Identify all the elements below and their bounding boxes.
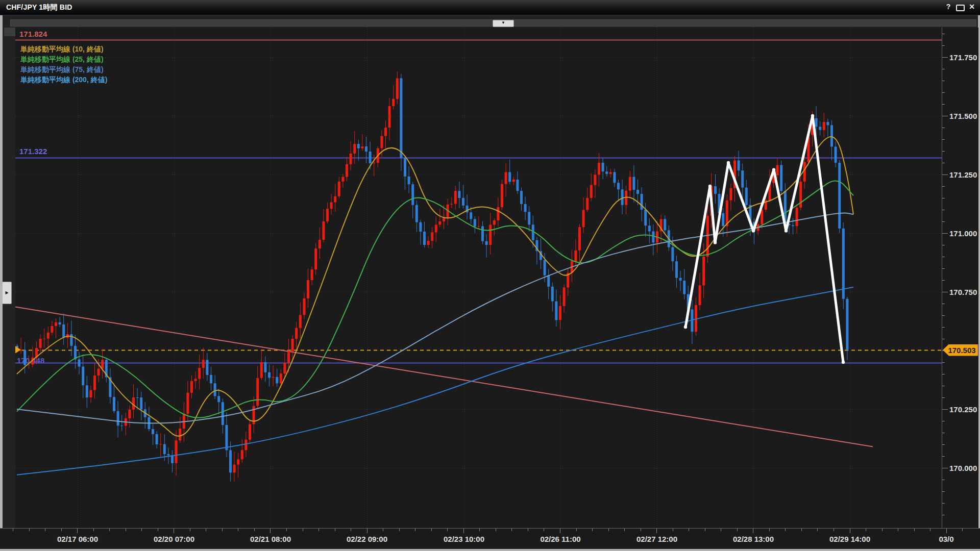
x-axis-tick — [769, 529, 770, 531]
panel-collapse-button[interactable]: ▼ — [493, 20, 514, 27]
x-axis-label: 03/0 — [939, 535, 953, 543]
x-axis-label: 02/21 08:00 — [250, 535, 291, 543]
x-axis-tick — [576, 529, 577, 531]
y-axis-tick — [942, 139, 945, 140]
x-axis-tick — [335, 529, 335, 531]
x-axis-tick — [126, 529, 126, 531]
y-axis-tick — [942, 210, 945, 210]
x-axis-tick — [383, 529, 383, 531]
y-axis-tick — [942, 397, 945, 398]
y-axis-tick — [942, 151, 945, 152]
x-axis-tick — [141, 529, 142, 531]
x-axis-tick — [431, 529, 432, 531]
x-axis-tick — [222, 529, 223, 531]
x-axis-tick — [286, 529, 287, 531]
x-axis-tick — [93, 529, 94, 531]
x-axis-tick — [801, 529, 802, 531]
help-button[interactable]: ? — [943, 3, 953, 11]
y-axis-tick — [942, 480, 945, 480]
y-axis-tick — [942, 339, 945, 339]
x-axis-tick — [866, 529, 866, 531]
x-axis-tick — [479, 529, 480, 531]
x-axis-tick — [109, 529, 110, 531]
x-axis-tick — [238, 529, 238, 531]
y-axis-tick — [942, 268, 945, 269]
y-axis-tick — [942, 292, 948, 292]
x-axis-tick — [560, 529, 560, 533]
x-axis-tick — [737, 529, 738, 531]
y-axis-tick — [942, 409, 948, 410]
y-axis-tick — [942, 163, 945, 163]
y-axis-tick — [942, 81, 945, 81]
y-axis-tick — [942, 92, 945, 93]
chevron-down-icon: ▼ — [501, 20, 505, 25]
y-axis-tick — [942, 374, 945, 374]
x-axis-label: 02/17 06:00 — [57, 535, 98, 543]
x-axis-tick — [351, 529, 351, 531]
x-axis-label: 02/23 10:00 — [444, 535, 484, 543]
y-axis-tick — [942, 386, 945, 386]
x-axis-tick — [753, 529, 753, 533]
time-axis[interactable]: 02/17 06:0002/20 07:0002/21 08:0002/22 0… — [0, 528, 980, 549]
window-border-left — [0, 15, 3, 551]
x-axis-tick — [930, 529, 930, 531]
y-axis-tick — [942, 515, 945, 515]
y-axis-label: 170.750 — [949, 288, 977, 296]
x-axis-tick — [190, 529, 190, 531]
x-axis-tick — [511, 529, 512, 531]
y-axis-tick — [942, 444, 945, 445]
legend-sma10[interactable]: 単純移動平均線 (10, 終値) — [20, 44, 107, 54]
x-axis-tick — [641, 529, 641, 531]
y-axis-tick — [942, 45, 945, 46]
x-axis-label: 02/26 11:00 — [540, 535, 580, 543]
y-axis-tick — [942, 221, 945, 222]
x-axis-tick — [61, 529, 62, 531]
current-price-tag: 170.503 — [943, 344, 978, 356]
y-axis-tick — [942, 503, 945, 504]
x-axis-label: 02/22 09:00 — [347, 535, 387, 543]
y-axis-tick — [942, 245, 945, 245]
x-axis-tick — [656, 529, 657, 533]
y-axis-tick — [942, 327, 945, 328]
price-axis[interactable]: 170.503 171.750171.500171.250171.000170.… — [942, 28, 978, 528]
x-axis-tick — [77, 529, 78, 533]
y-axis-tick — [942, 362, 945, 363]
x-axis-tick — [399, 529, 400, 531]
left-panel-header — [4, 28, 15, 36]
y-axis-tick — [942, 468, 948, 468]
panel-expand-button[interactable]: ▶ — [2, 282, 12, 304]
x-axis-tick — [367, 529, 368, 533]
x-axis-tick — [592, 529, 593, 531]
x-axis-tick — [705, 529, 705, 531]
y-axis-tick — [942, 456, 945, 457]
y-axis-label: 171.000 — [949, 229, 977, 238]
y-axis-tick — [942, 433, 945, 433]
close-button[interactable]: ✕ — [967, 3, 977, 11]
left-collapsed-panel — [3, 28, 15, 528]
x-axis-tick — [318, 529, 319, 531]
x-axis-tick — [303, 529, 303, 531]
legend-sma75[interactable]: 単純移動平均線 (75, 終値) — [20, 64, 107, 74]
y-axis-label: 171.250 — [949, 170, 977, 179]
x-axis-tick — [29, 529, 30, 531]
x-axis-tick — [624, 529, 625, 531]
x-axis-tick — [721, 529, 721, 531]
x-axis-tick — [608, 529, 609, 531]
x-axis-tick — [13, 529, 13, 531]
x-axis-tick — [817, 529, 818, 531]
chart-region: ▶ 171.824 171.322 170.448 単純移動平均線 (10, 終… — [0, 28, 980, 528]
trading-app-window: CHF/JPY 1時間 BID ? ✕ ▼ ▶ 171.824 171.322 … — [0, 0, 980, 551]
x-axis-tick — [463, 529, 464, 533]
y-axis-label: 170.000 — [949, 464, 977, 472]
x-axis-tick — [496, 529, 496, 531]
x-axis-label: 02/29 14:00 — [829, 535, 870, 543]
x-axis-tick — [158, 529, 158, 531]
legend-sma25[interactable]: 単純移動平均線 (25, 終値) — [20, 54, 107, 64]
candlestick-chart-canvas[interactable] — [15, 28, 942, 528]
window-title: CHF/JPY 1時間 BID — [6, 3, 72, 12]
y-axis-label: 171.750 — [949, 53, 977, 62]
legend-sma200[interactable]: 単純移動平均線 (200, 終値) — [20, 74, 107, 85]
maximize-button[interactable] — [956, 5, 965, 11]
y-axis-tick — [942, 315, 945, 316]
x-axis-tick — [447, 529, 448, 531]
